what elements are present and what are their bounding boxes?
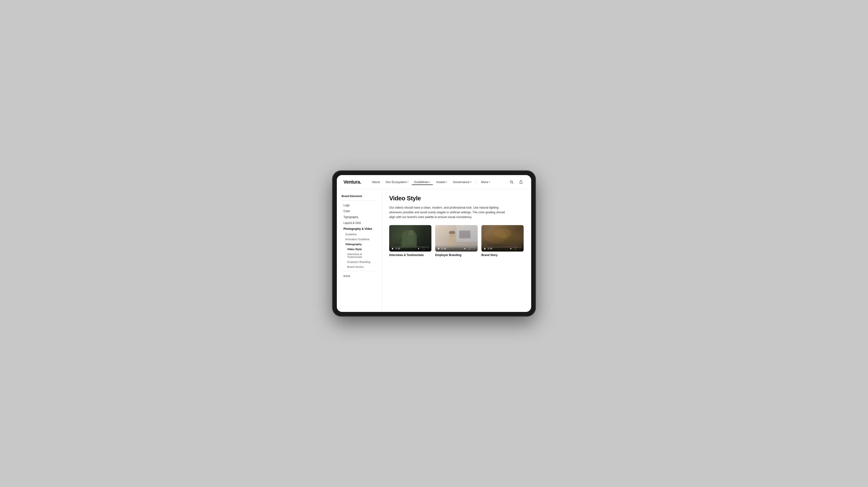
play-icon-3 bbox=[484, 247, 486, 250]
sidebar-item-animation-guideline[interactable]: Animation Guideline bbox=[339, 237, 379, 242]
fullscreen-button-1[interactable] bbox=[422, 247, 425, 250]
tablet-frame: Ventura. About Our Ecosystem ▾ Guideline… bbox=[333, 171, 535, 316]
volume-icon-3 bbox=[510, 247, 512, 250]
fullscreen-icon-1 bbox=[422, 247, 425, 250]
video-thumbnail-interviews[interactable]: 0:00 bbox=[389, 225, 431, 251]
more-button-1[interactable]: ⋮ bbox=[426, 247, 430, 250]
page-description: Our videos should have a clean, modern, … bbox=[389, 205, 512, 219]
video-card-employer: 0:00 bbox=[435, 225, 477, 257]
chevron-down-icon: ▾ bbox=[429, 181, 431, 183]
play-icon-1 bbox=[392, 247, 394, 250]
sidebar-item-color[interactable]: Color bbox=[339, 208, 379, 214]
sidebar-item-interviews[interactable]: Interviews & Testimonials bbox=[339, 252, 379, 259]
nav-item-assets[interactable]: Assets ▾ bbox=[434, 179, 450, 185]
main-content: Video Style Our videos should have a cle… bbox=[382, 189, 531, 312]
volume-button-3[interactable] bbox=[509, 247, 513, 250]
sidebar-item-videography[interactable]: Videography bbox=[339, 242, 379, 247]
header-actions bbox=[508, 178, 525, 185]
chevron-down-icon: ▾ bbox=[489, 181, 490, 183]
page-title: Video Style bbox=[389, 195, 524, 202]
volume-icon-2 bbox=[464, 247, 466, 250]
fullscreen-icon-3 bbox=[515, 247, 517, 250]
svg-rect-15 bbox=[449, 231, 455, 234]
sidebar-divider-bottom bbox=[342, 271, 377, 271]
video-thumbnail-employer[interactable]: 0:00 bbox=[435, 225, 477, 251]
sidebar: Brand Elements Logo Color Typography La bbox=[337, 189, 382, 312]
more-button-3[interactable]: ⋮ bbox=[519, 247, 522, 250]
svg-point-5 bbox=[407, 233, 415, 244]
video-grid: 0:00 bbox=[389, 225, 524, 257]
nav-divider bbox=[476, 180, 476, 184]
chevron-down-icon: ▾ bbox=[470, 181, 471, 183]
volume-button-2[interactable] bbox=[464, 247, 467, 250]
svg-marker-22 bbox=[484, 248, 486, 250]
search-button[interactable] bbox=[508, 178, 515, 185]
fullscreen-icon-2 bbox=[468, 247, 471, 250]
more-button-2[interactable]: ⋮ bbox=[472, 247, 476, 250]
video-card-brand-story: 0:00 bbox=[482, 225, 524, 257]
sidebar-divider-top bbox=[342, 200, 377, 201]
body: Brand Elements Logo Color Typography La bbox=[337, 189, 531, 312]
play-button-2[interactable] bbox=[437, 247, 440, 250]
svg-line-1 bbox=[512, 183, 513, 184]
play-icon-2 bbox=[437, 247, 440, 250]
video-card-interviews: 0:00 bbox=[389, 225, 431, 257]
main-nav: About Our Ecosystem ▾ Guidelines ▾ Asset… bbox=[370, 179, 505, 185]
chevron-down-icon: ▾ bbox=[407, 181, 408, 183]
sidebar-item-photography-video[interactable]: Photography & Video bbox=[339, 226, 379, 232]
video-controls-3: 0:00 bbox=[482, 245, 524, 251]
logo: Ventura. bbox=[343, 179, 361, 185]
play-button-1[interactable] bbox=[391, 247, 394, 250]
nav-item-our-ecosystem[interactable]: Our Ecosystem ▾ bbox=[383, 179, 411, 185]
sidebar-item-employer-branding[interactable]: Employer Branding bbox=[339, 260, 379, 264]
video-controls-2: 0:00 bbox=[435, 245, 477, 251]
search-icon bbox=[510, 180, 514, 184]
fullscreen-button-3[interactable] bbox=[514, 247, 517, 250]
time-display-2: 0:00 bbox=[441, 248, 446, 250]
sidebar-item-logo[interactable]: Logo bbox=[339, 203, 379, 208]
video-controls-1: 0:00 bbox=[389, 245, 431, 251]
svg-point-6 bbox=[408, 230, 414, 236]
nav-item-governance[interactable]: Governance ▾ bbox=[451, 179, 474, 185]
play-button-3[interactable] bbox=[483, 247, 487, 250]
volume-button-1[interactable] bbox=[417, 247, 421, 250]
sidebar-item-typography[interactable]: Typography bbox=[339, 214, 379, 220]
nav-item-guidelines[interactable]: Guidelines ▾ bbox=[412, 179, 433, 185]
chevron-down-icon: ▾ bbox=[446, 181, 447, 183]
time-display-3: 0:00 bbox=[488, 248, 492, 250]
header: Ventura. About Our Ecosystem ▾ Guideline… bbox=[337, 175, 531, 189]
svg-marker-8 bbox=[392, 248, 394, 250]
nav-item-more[interactable]: More ▾ bbox=[479, 179, 493, 185]
svg-marker-17 bbox=[438, 248, 440, 250]
video-label-3: Brand Story bbox=[482, 253, 524, 257]
share-icon bbox=[519, 180, 523, 184]
video-label-2: Employer Branding bbox=[435, 253, 477, 257]
nav-item-about[interactable]: About bbox=[370, 179, 382, 185]
fullscreen-button-2[interactable] bbox=[468, 247, 471, 250]
tablet-screen: Ventura. About Our Ecosystem ▾ Guideline… bbox=[337, 175, 531, 312]
video-label-1: Interviews & Testimonials bbox=[389, 253, 431, 257]
sidebar-item-layout-grid[interactable]: Layout & Grid bbox=[339, 220, 379, 226]
sidebar-item-brand-stories[interactable]: Brand Stories bbox=[339, 265, 379, 269]
share-button[interactable] bbox=[518, 178, 525, 185]
volume-icon-1 bbox=[418, 247, 420, 250]
sidebar-item-video-style[interactable]: Video Style bbox=[339, 247, 379, 251]
svg-rect-12 bbox=[459, 231, 470, 238]
sidebar-item-icons[interactable]: Icons bbox=[339, 273, 379, 279]
app: Ventura. About Our Ecosystem ▾ Guideline… bbox=[337, 175, 531, 312]
sidebar-section-title: Brand Elements bbox=[337, 194, 381, 199]
time-display-1: 0:00 bbox=[396, 248, 400, 250]
sidebar-item-guideline[interactable]: Guideline bbox=[339, 232, 379, 237]
video-thumbnail-brand-story[interactable]: 0:00 bbox=[482, 225, 524, 251]
scene: Ventura. About Our Ecosystem ▾ Guideline… bbox=[304, 161, 564, 326]
